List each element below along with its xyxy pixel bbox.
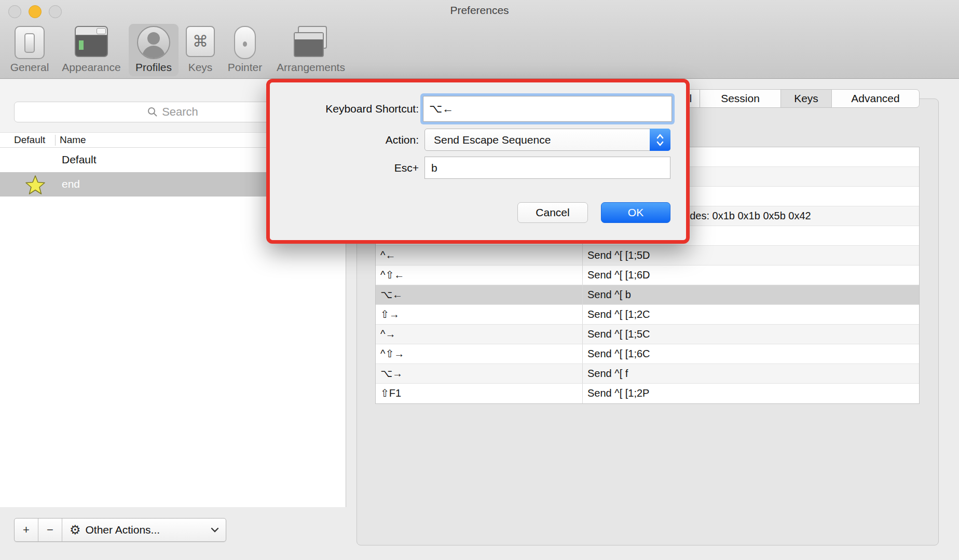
other-actions-menu[interactable]: ⚙ Other Actions... [62, 519, 226, 541]
esc-label: Esc+ [270, 157, 419, 179]
action-cell: Send ^[ [1;2C [583, 305, 919, 324]
key-combination-cell: ⇧→ [376, 305, 583, 324]
table-row[interactable]: ^⇧← Send ^[ [1;6D [376, 265, 919, 285]
table-row[interactable]: ^→ Send ^[ [1;5C [376, 325, 919, 344]
tab-advanced[interactable]: Advanced [831, 89, 920, 108]
pointer-icon [234, 26, 256, 59]
action-cell: Send ^[ [1;6D [583, 265, 919, 285]
titlebar: Preferences General Appearance Profiles … [0, 0, 959, 79]
key-combination-cell: ^⇧← [376, 265, 583, 285]
action-label: Action: [270, 129, 419, 151]
gear-icon: ⚙ [70, 523, 81, 537]
tab-keys[interactable]: Keys [780, 89, 832, 108]
keyboard-shortcut-label: Keyboard Shortcut: [270, 96, 419, 122]
keyboard-shortcut-input[interactable]: ⌥← [423, 96, 672, 122]
chevron-down-icon [211, 527, 219, 533]
column-default[interactable]: Default [14, 134, 45, 146]
table-row[interactable]: ⇧F1 Send ^[ [1;2P [376, 384, 919, 403]
appearance-icon [75, 26, 108, 57]
profile-actions-control: + − ⚙ Other Actions... [14, 518, 226, 542]
keyboard-shortcut-dialog: Keyboard Shortcut: ⌥← Action: Send Escap… [266, 79, 690, 244]
column-name[interactable]: Name [60, 134, 86, 146]
ok-button[interactable]: OK [601, 202, 670, 223]
key-combination-cell: ^→ [376, 325, 583, 344]
table-row[interactable]: ^⇧→ Send ^[ [1;6C [376, 344, 919, 364]
window-title: Preferences [0, 4, 959, 17]
esc-sequence-input[interactable]: b [424, 157, 670, 179]
action-cell: Send ^[ [1;5D [583, 246, 919, 265]
table-row[interactable]: ^← Send ^[ [1;5D [376, 246, 919, 265]
search-placeholder: Search [162, 105, 198, 119]
toolbar-item-arrangements[interactable]: Arrangements [272, 25, 350, 77]
key-combination-cell: ⌥→ [376, 364, 583, 383]
action-cell: Send ^[ [1;5C [583, 325, 919, 344]
table-row[interactable]: ⇧→ Send ^[ [1;2C [376, 305, 919, 325]
action-select[interactable]: Send Escape Sequence [424, 129, 670, 151]
key-combination-cell: ^← [376, 246, 583, 265]
action-cell: Send ^[ [1;2P [583, 384, 919, 403]
action-cell: Send ^[ [1;6C [583, 344, 919, 363]
table-row[interactable]: ⌥← Send ^[ b [376, 285, 919, 305]
action-cell: Send ^[ f [583, 364, 919, 383]
arrangements-icon [294, 26, 328, 58]
default-star-icon [25, 174, 46, 198]
add-profile-button[interactable]: + [15, 519, 38, 541]
key-combination-cell: ^⇧→ [376, 344, 583, 363]
search-icon [147, 107, 158, 117]
key-combination-cell: ⌥← [376, 285, 583, 304]
table-row[interactable]: ⌥→ Send ^[ f [376, 364, 919, 384]
action-cell: Send ^[ b [583, 285, 919, 304]
general-icon [15, 26, 45, 59]
cancel-button[interactable]: Cancel [517, 202, 588, 223]
stepper-arrows-icon [650, 129, 670, 151]
remove-profile-button[interactable]: − [38, 519, 62, 541]
key-combination-cell: ⇧F1 [376, 384, 583, 403]
tab-session[interactable]: Session [700, 89, 781, 108]
